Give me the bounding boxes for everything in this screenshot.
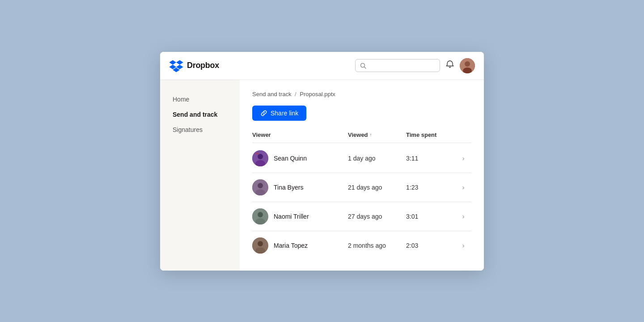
time-spent-cell: 2:03 <box>406 242 455 249</box>
bell-icon[interactable] <box>445 60 454 71</box>
sidebar-item-send-and-track[interactable]: Send and track <box>167 108 233 121</box>
dropbox-logo-icon <box>169 59 183 72</box>
sidebar-item-signatures[interactable]: Signatures <box>167 123 233 136</box>
svg-point-3 <box>465 61 470 67</box>
viewed-cell: 2 months ago <box>348 242 406 249</box>
sort-arrow-viewed: ↑ <box>370 132 372 137</box>
viewed-cell: 1 day ago <box>348 155 406 162</box>
table-header: Viewer Viewed ↑ Time spent <box>252 131 471 143</box>
row-chevron[interactable]: › <box>455 155 471 162</box>
logo-area: Dropbox <box>169 59 219 72</box>
viewer-cell: Sean Quinn <box>252 150 348 166</box>
header: Dropbox <box>160 52 484 80</box>
app-window: Dropbox <box>160 52 484 271</box>
sidebar: Home Send and track Signatures <box>160 80 240 271</box>
svg-line-1 <box>364 67 366 68</box>
table-row[interactable]: Naomi Triller 27 days ago 3:01 › <box>252 202 471 231</box>
viewer-avatar-sean <box>252 150 268 166</box>
table-row[interactable]: Tina Byers 21 days ago 1:23 › <box>252 173 471 202</box>
time-spent-cell: 3:01 <box>406 213 455 220</box>
viewer-name: Tina Byers <box>274 184 303 191</box>
col-header-time-spent: Time spent <box>406 131 455 138</box>
link-icon <box>260 110 267 117</box>
svg-rect-8 <box>256 153 258 154</box>
col-header-viewer: Viewer <box>252 131 348 138</box>
svg-point-16 <box>258 241 263 246</box>
viewer-avatar-maria <box>252 237 268 254</box>
col-header-viewed[interactable]: Viewed ↑ <box>348 131 406 138</box>
viewed-cell: 21 days ago <box>348 184 406 191</box>
share-link-button[interactable]: Share link <box>252 106 306 121</box>
search-icon <box>360 63 366 69</box>
table-row[interactable]: Maria Topez 2 months ago 2:03 › <box>252 231 471 260</box>
header-right <box>355 58 475 73</box>
user-avatar[interactable] <box>460 58 475 73</box>
col-header-action <box>455 131 471 138</box>
viewer-cell: Tina Byers <box>252 179 348 195</box>
breadcrumb-current: Proposal.pptx <box>300 91 335 97</box>
main-layout: Home Send and track Signatures Send and … <box>160 80 484 271</box>
viewer-name: Naomi Triller <box>274 213 309 220</box>
sidebar-item-home[interactable]: Home <box>167 93 233 106</box>
svg-point-6 <box>258 154 263 159</box>
logo-text: Dropbox <box>187 61 219 70</box>
svg-point-10 <box>258 183 263 188</box>
viewer-avatar-naomi <box>252 208 268 225</box>
svg-point-13 <box>258 212 263 217</box>
viewer-cell: Naomi Triller <box>252 208 348 225</box>
breadcrumb: Send and track / Proposal.pptx <box>252 91 471 97</box>
row-chevron[interactable]: › <box>455 213 471 220</box>
content-area: Send and track / Proposal.pptx Share lin… <box>240 80 484 271</box>
row-chevron[interactable]: › <box>455 242 471 249</box>
user-avatar-img <box>460 58 475 73</box>
search-input[interactable] <box>369 62 435 69</box>
search-bar[interactable] <box>355 59 440 72</box>
table-row[interactable]: Sean Quinn 1 day ago 3:11 › <box>252 144 471 173</box>
viewed-cell: 27 days ago <box>348 213 406 220</box>
viewer-cell: Maria Topez <box>252 237 348 254</box>
viewer-name: Maria Topez <box>274 242 308 249</box>
row-chevron[interactable]: › <box>455 184 471 191</box>
breadcrumb-send-and-track[interactable]: Send and track <box>252 91 291 97</box>
time-spent-cell: 3:11 <box>406 155 455 162</box>
breadcrumb-separator: / <box>295 91 297 97</box>
viewer-avatar-tina <box>252 179 268 195</box>
viewer-name: Sean Quinn <box>274 155 307 162</box>
time-spent-cell: 1:23 <box>406 184 455 191</box>
